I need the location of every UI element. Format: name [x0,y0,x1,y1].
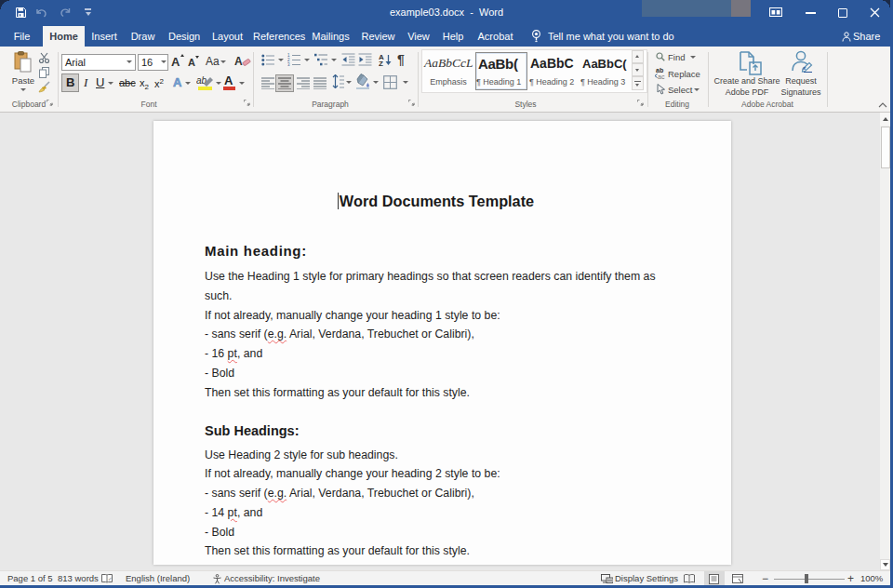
svg-text:3: 3 [287,62,290,66]
svg-text:Z: Z [379,60,383,66]
svg-text:ac: ac [658,74,665,80]
svg-text:✓: ✓ [108,576,113,581]
svg-text:x: x [802,65,806,71]
